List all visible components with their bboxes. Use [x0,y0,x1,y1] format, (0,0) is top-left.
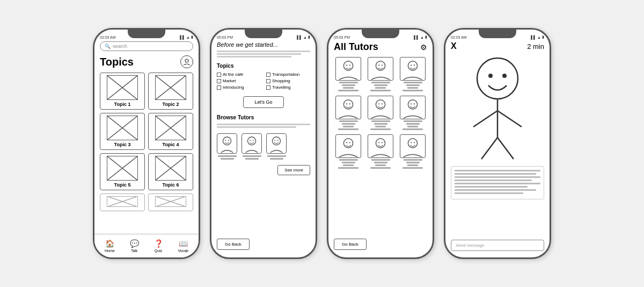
cb-label-introducing: Introducing [223,85,244,90]
checkboxes-grid: At the café Transportation Market Shoppi… [217,72,310,90]
tutor-grid-6[interactable] [398,96,427,130]
tutor-preview-2[interactable] [241,133,262,160]
tg-name-7b [342,162,355,163]
topic-label-3: Topic 3 [114,142,131,147]
tutor-name-line-5 [267,155,286,157]
bottom-nav: 🏠 Home 💬 Talk ❓ Quiz 📖 Vocab [94,234,199,257]
tutor-grid-1[interactable] [334,57,363,91]
lets-go-button[interactable]: Let's Go [243,96,283,108]
tg-name-2b [374,84,387,86]
nav-home[interactable]: 🏠 Home [105,239,115,253]
battery-icon-2: ▮ [308,35,310,39]
home-icon: 🏠 [105,239,114,248]
svg-point-45 [346,142,347,143]
tutor-grid-8[interactable] [366,134,395,169]
nav-talk[interactable]: 💬 Talk [130,239,139,253]
topic-image-4 [155,116,186,140]
close-button[interactable]: X [451,41,457,51]
status-icons-1: ▌▌ ▲ ▮ [180,35,193,39]
nav-vocab[interactable]: 📖 Vocab [178,239,188,253]
topics-section-title: Topics [217,63,310,69]
svg-point-18 [225,140,226,141]
topic-label-5: Topic 5 [114,182,131,188]
tutor-grid-4[interactable] [334,96,363,130]
phone-topics: 02:03 AM ▌▌ ▲ ▮ 🔍 search Topics [93,28,200,259]
checkbox-cafe[interactable]: At the café [217,72,261,77]
topic-image-1 [107,75,138,100]
checkbox-shopping[interactable]: Shopping [266,78,310,83]
cb-label-travelling: Travelling [272,85,290,90]
tg-name-9a [404,159,422,161]
svg-point-43 [414,103,415,104]
topic-cell-5[interactable]: Topic 5 [100,153,145,190]
stick-figure-container [451,54,544,162]
chat-line-4 [455,180,532,181]
onboarding-subtext [217,51,310,58]
nav-quiz-label: Quiz [155,249,162,253]
tg-name-3a [404,82,422,83]
chat-line-6 [455,186,528,188]
nav-talk-label: Talk [131,249,137,253]
wifi-icon-3: ▲ [420,35,424,39]
tutor-grid-face-9 [400,134,426,158]
tutor-preview-1[interactable] [217,133,237,160]
tg-name-5b [374,123,387,125]
topic-cell-4[interactable]: Topic 4 [148,113,193,150]
filter-icon[interactable]: ⚙ [420,43,427,52]
topic-image-partial-1 [107,196,138,207]
nav-home-label: Home [105,249,115,253]
tutor-grid-7[interactable] [334,134,363,169]
status-icons-3: ▌▌ ▲ ▮ [414,35,427,39]
tg-name-7c [343,164,354,166]
see-more-button[interactable]: See more [277,165,310,175]
chat-line-7 [455,189,536,191]
tutor-name-line-2 [221,158,234,160]
search-icon: 🔍 [105,44,111,49]
cb-label-market: Market [223,78,236,83]
svg-line-59 [481,138,497,159]
svg-point-28 [349,64,350,66]
svg-point-21 [250,140,251,141]
go-back-button-3[interactable]: Go Back [334,239,367,250]
svg-line-58 [497,111,522,127]
checkbox-introducing[interactable]: Introducing [217,85,261,90]
send-message-input[interactable]: Send message [451,240,544,251]
tg-name-6c [407,126,418,127]
tutor-grid-9[interactable] [398,134,427,169]
tutor-grid-3[interactable] [398,57,427,91]
tutor-preview-3[interactable] [266,133,287,160]
signal-icon: ▌▌ [180,35,185,39]
checkbox-travelling[interactable]: Travelling [266,85,310,90]
tg-name-8a [371,159,390,161]
tutor-grid-2[interactable] [366,57,395,91]
checkbox-transportation[interactable]: Transportation [266,72,310,77]
svg-line-57 [473,111,497,127]
svg-point-52 [414,142,415,143]
chat-line-5 [455,183,540,184]
session-timer: 2 min [527,42,544,51]
user-avatar[interactable] [180,55,193,68]
topic-cell-1[interactable]: Topic 1 [100,73,145,110]
tg-name-8b [374,162,387,163]
chat-text-block [451,166,544,199]
tutor-grid-5[interactable] [366,96,395,130]
tg-name-2a [371,82,390,83]
status-icons-4: ▌▌ ▲ ▮ [531,35,544,39]
svg-point-54 [488,74,493,78]
go-back-button-2[interactable]: Go Back [217,239,250,250]
svg-point-36 [346,103,347,104]
battery-icon-4: ▮ [542,35,544,39]
topic-cell-3[interactable]: Topic 3 [100,113,145,150]
topic-cell-partial-2 [148,193,193,211]
browse-tutors-title: Browse Tutors [217,114,310,120]
topic-cell-6[interactable]: Topic 6 [148,153,193,190]
svg-point-48 [378,142,379,143]
topic-cell-2[interactable]: Topic 2 [148,73,193,110]
stick-figure [463,54,532,162]
checkbox-market[interactable]: Market [217,78,261,83]
svg-point-19 [228,140,229,141]
topic-label-1: Topic 1 [114,102,131,107]
tg-name-1b [342,84,355,86]
nav-quiz[interactable]: ❓ Quiz [154,239,163,253]
search-bar[interactable]: 🔍 search [100,41,193,51]
